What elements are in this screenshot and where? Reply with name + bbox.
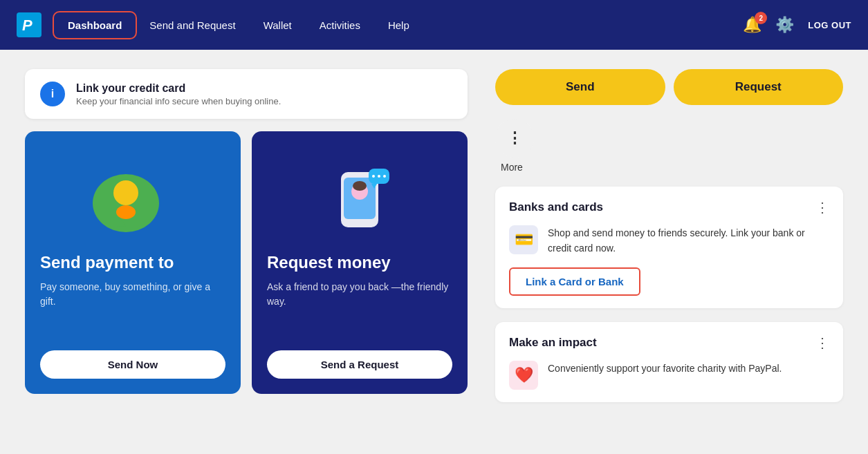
request-button[interactable]: Request (674, 69, 844, 105)
send-payment-card: Send payment to Pay someone, buy somethi… (25, 131, 241, 394)
settings-icon[interactable]: ⚙️ (775, 16, 794, 34)
send-card-title: Send payment to (40, 253, 225, 273)
header: P Dashboard Send and Request Wallet Acti… (0, 0, 868, 50)
banks-section: Banks and cards ⋮ 💳 Shop and send money … (495, 187, 843, 308)
impact-row: ❤️ Conveniently support your favorite ch… (509, 361, 829, 390)
impact-header: Make an impact ⋮ (509, 334, 829, 351)
send-illustration (40, 148, 225, 245)
impact-title: Make an impact (509, 336, 597, 350)
impact-menu-icon[interactable]: ⋮ (815, 334, 829, 351)
request-money-card: Request money Ask a friend to pay you ba… (252, 131, 468, 394)
info-text: Link your credit card Keep your financia… (76, 82, 281, 106)
nav-item-help[interactable]: Help (376, 14, 422, 37)
more-section: ⋮ More (495, 119, 843, 173)
svg-point-9 (353, 181, 367, 191)
main-content: i Link your credit card Keep your financ… (0, 50, 868, 454)
svg-point-4 (113, 180, 138, 205)
svg-point-12 (372, 175, 375, 178)
banks-row: 💳 Shop and send money to friends securel… (509, 225, 829, 256)
send-now-button[interactable]: Send Now (40, 350, 225, 379)
bank-icon: 💳 (509, 225, 538, 254)
action-buttons: Send Request (495, 69, 843, 105)
notification-bell[interactable]: 🔔 2 (743, 16, 761, 34)
request-illustration (267, 148, 452, 245)
svg-point-13 (378, 175, 380, 178)
left-section: i Link your credit card Keep your financ… (25, 69, 468, 435)
impact-section: Make an impact ⋮ ❤️ Conveniently support… (495, 322, 843, 402)
header-right: 🔔 2 ⚙️ LOG OUT (743, 16, 851, 34)
banks-title: Banks and cards (509, 200, 603, 214)
svg-text:P: P (22, 17, 33, 34)
nav-item-wallet[interactable]: Wallet (251, 14, 304, 37)
nav: Dashboard Send and Request Wallet Activi… (55, 14, 743, 37)
logout-button[interactable]: LOG OUT (808, 20, 851, 30)
svg-point-14 (383, 175, 386, 178)
nav-item-send-and-request[interactable]: Send and Request (137, 14, 248, 37)
more-button[interactable]: ⋮ (495, 119, 534, 158)
info-banner: i Link your credit card Keep your financ… (25, 69, 468, 119)
send-button[interactable]: Send (495, 69, 665, 105)
nav-item-dashboard[interactable]: Dashboard (55, 14, 134, 37)
right-section: Send Request ⋮ More Banks and cards ⋮ 💳 … (468, 69, 843, 435)
impact-description: Conveniently support your favorite chari… (548, 361, 782, 376)
cards-row: Send payment to Pay someone, buy somethi… (25, 131, 468, 394)
logo: P (17, 12, 41, 37)
send-request-button[interactable]: Send a Request (267, 350, 452, 379)
send-card-subtitle: Pay someone, buy something, or give a gi… (40, 280, 225, 338)
nav-item-activities[interactable]: Activities (307, 14, 373, 37)
more-label: More (501, 162, 523, 173)
info-icon: i (40, 82, 65, 106)
banks-menu-icon[interactable]: ⋮ (815, 199, 829, 216)
request-card-title: Request money (267, 253, 452, 273)
banks-header: Banks and cards ⋮ (509, 199, 829, 216)
info-subtitle: Keep your financial info secure when buy… (76, 96, 281, 106)
banks-description: Shop and send money to friends securely.… (548, 225, 829, 256)
request-card-subtitle: Ask a friend to pay you back —the friend… (267, 280, 452, 338)
link-card-bank-button[interactable]: Link a Card or Bank (509, 267, 640, 296)
notification-badge: 2 (755, 12, 767, 24)
info-title: Link your credit card (76, 82, 281, 95)
svg-point-5 (116, 205, 136, 219)
charity-icon: ❤️ (509, 361, 538, 390)
